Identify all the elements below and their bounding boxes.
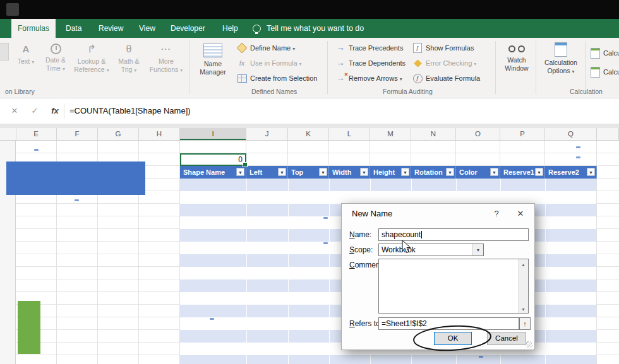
more-functions-button[interactable]: More Functions [147, 39, 186, 86]
table-header-width[interactable]: Width [329, 166, 370, 179]
column-header-n[interactable]: N [411, 128, 456, 140]
table-header-row: Shape Name Left Top Width Height Rotatio… [180, 166, 597, 179]
date-time-label: Date & Time [40, 56, 71, 73]
filter-dropdown-icon[interactable] [236, 168, 244, 176]
error-checking-label: Error Checking [426, 59, 476, 67]
comment-scrollbar[interactable] [518, 259, 528, 313]
calculate-now-button[interactable]: Calcula [589, 45, 619, 61]
evaluate-formula-button[interactable]: Evaluate Formula [411, 71, 480, 86]
enter-icon[interactable]: ✓ [28, 98, 42, 124]
tab-data[interactable]: Data [59, 19, 88, 38]
tab-developer[interactable]: Developer [164, 19, 212, 38]
trace-precedents-icon [335, 43, 346, 53]
active-cell-i2[interactable]: 0 [180, 153, 246, 166]
scroll-down-icon[interactable] [519, 304, 528, 313]
name-input-value: shapecount [382, 230, 421, 239]
filter-dropdown-icon[interactable] [401, 168, 409, 176]
tell-me-box[interactable]: Tell me what you want to do [253, 19, 364, 38]
ok-button[interactable]: OK [434, 332, 472, 345]
use-in-formula-button[interactable]: Use in Formula [235, 56, 302, 71]
cancel-icon[interactable]: ✕ [8, 98, 21, 124]
define-name-button[interactable]: Define Name [235, 40, 295, 56]
column-header-m[interactable]: M [370, 128, 411, 140]
trace-precedents-button[interactable]: Trace Precedents [334, 40, 403, 56]
column-header-l[interactable]: L [329, 128, 370, 140]
column-header-j[interactable]: J [246, 128, 288, 140]
name-input[interactable]: shapecount [378, 228, 529, 241]
cell-mark [75, 199, 79, 201]
filter-dropdown-icon[interactable] [446, 168, 454, 176]
clipped-ribbon-icon [0, 43, 9, 61]
column-header-f[interactable]: F [57, 128, 98, 140]
text-functions-button[interactable]: Text [13, 39, 39, 86]
blue-rectangle-shape[interactable] [6, 161, 145, 195]
dialog-resize-grip[interactable] [526, 341, 532, 348]
scope-dropdown[interactable]: Workbook [378, 244, 484, 256]
filter-dropdown-icon[interactable] [587, 168, 595, 176]
lookup-reference-button[interactable]: Lookup & Reference [72, 39, 111, 86]
tab-help[interactable]: Help [216, 19, 244, 38]
group-label-formula-auditing: Formula Auditing [383, 88, 433, 95]
fill-handle[interactable] [243, 162, 248, 167]
define-name-label: Define Name [250, 44, 295, 52]
calculate-sheet-button[interactable]: Calcula [589, 64, 619, 79]
calculate-sheet-label: Calcula [603, 68, 619, 76]
name-manager-button[interactable]: Name Manager [193, 39, 232, 86]
filter-dropdown-icon[interactable] [278, 168, 286, 176]
watch-window-label: Watch Window [499, 56, 534, 73]
column-header-o[interactable]: O [456, 128, 500, 140]
column-header-h[interactable]: H [139, 128, 180, 140]
trace-dependents-button[interactable]: Trace Dependents [334, 56, 406, 71]
text-functions-label: Text [13, 57, 39, 66]
row-header-stub [0, 128, 16, 140]
column-header-e[interactable]: E [16, 128, 57, 140]
comment-textarea[interactable] [378, 259, 529, 314]
math-trig-button[interactable]: Math & Trig [112, 39, 145, 86]
create-from-selection-button[interactable]: Create from Selection [235, 71, 317, 86]
insert-function-icon[interactable]: fx [48, 98, 62, 124]
tab-formulas[interactable]: Formulas [11, 19, 56, 38]
name-manager-icon [203, 44, 222, 57]
chevron-down-icon[interactable] [472, 244, 483, 255]
tell-me-label: Tell me what you want to do [267, 24, 364, 33]
show-formulas-button[interactable]: Show Formulas [411, 40, 474, 56]
table-header-color[interactable]: Color [456, 166, 500, 179]
cancel-button[interactable]: Cancel [487, 332, 526, 345]
column-header-g[interactable]: G [98, 128, 139, 140]
watch-window-button[interactable]: Watch Window [499, 39, 534, 86]
table-header-reserve2[interactable]: Reserve2 [545, 166, 597, 179]
table-header-left[interactable]: Left [246, 166, 288, 179]
collapse-dialog-range-icon[interactable] [519, 317, 531, 330]
column-header-partial[interactable] [597, 128, 619, 140]
dialog-help-button[interactable]: ? [489, 207, 504, 220]
table-header-top[interactable]: Top [288, 166, 329, 179]
green-rectangle-shape[interactable] [18, 301, 40, 354]
column-header-k[interactable]: K [288, 128, 329, 140]
use-in-formula-label: Use in Formula [250, 59, 302, 67]
filter-dropdown-icon[interactable] [490, 168, 498, 176]
filter-dropdown-icon[interactable] [319, 168, 327, 176]
table-header-reserve1[interactable]: Reserve1 [500, 166, 545, 179]
lightbulb-icon [253, 25, 261, 33]
filter-dropdown-icon[interactable] [360, 168, 368, 176]
dialog-close-button[interactable]: ✕ [513, 207, 528, 220]
calculation-options-icon [555, 42, 567, 57]
calculation-options-button[interactable]: Calculation Options [539, 39, 582, 86]
remove-arrows-button[interactable]: Remove Arrows [334, 71, 402, 86]
tab-view[interactable]: View [133, 19, 162, 38]
tab-review[interactable]: Review [92, 19, 129, 38]
column-header-i-selected[interactable]: I [180, 128, 246, 140]
theta-icon [112, 42, 145, 56]
formula-text[interactable]: =COUNTA(Table1[Shape Name]) [69, 98, 191, 124]
table-header-height[interactable]: Height [370, 166, 411, 179]
filter-dropdown-icon[interactable] [535, 168, 543, 176]
table-header-shape-name[interactable]: Shape Name [180, 166, 246, 179]
date-time-button[interactable]: Date & Time [40, 39, 71, 86]
column-header-q[interactable]: Q [545, 128, 597, 140]
column-header-p[interactable]: P [500, 128, 545, 140]
table-header-rotation[interactable]: Rotation [411, 166, 456, 179]
ribbon-tab-bar: Formulas Data Review View Developer Help… [0, 19, 619, 38]
error-checking-button[interactable]: Error Checking [411, 56, 476, 71]
refers-to-input[interactable]: =Sheet1!$I$2 [378, 317, 519, 330]
scroll-up-icon[interactable] [519, 259, 528, 268]
